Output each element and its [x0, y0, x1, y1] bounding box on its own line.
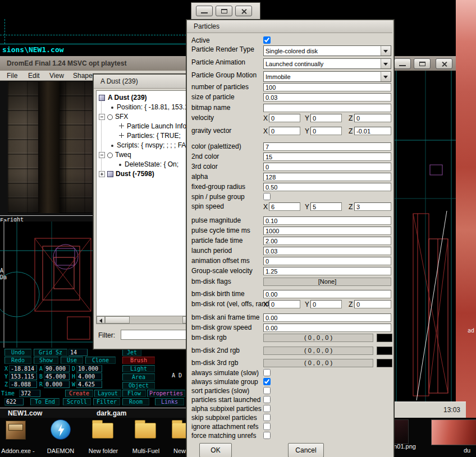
- alpha-subpixel-checkbox[interactable]: [263, 405, 271, 412]
- launch-period-input[interactable]: [263, 247, 391, 255]
- bm-disk-3rd-rgb-button[interactable]: ( 0 , 0 , 0 ): [263, 359, 373, 367]
- number-of-particles-input[interactable]: [263, 83, 391, 91]
- bm-disk-rot-z-input[interactable]: [354, 300, 391, 308]
- particle-fade-time-input[interactable]: [263, 237, 391, 245]
- velocity-y-input[interactable]: [310, 114, 342, 122]
- tree-item[interactable]: Particle Launch Info: [97, 122, 192, 131]
- active-checkbox[interactable]: [263, 36, 271, 44]
- tree-item[interactable]: Dust (-7598): [97, 169, 192, 179]
- coord-value[interactable]: 90.000: [44, 365, 70, 372]
- scroll-left-arrow-icon[interactable]: [97, 316, 105, 324]
- gravity-y-input[interactable]: [310, 127, 342, 135]
- ignore-attachment-refs-checkbox[interactable]: [263, 423, 271, 430]
- group-scale-velocity-input[interactable]: [263, 267, 391, 275]
- collapse-icon[interactable]: [99, 152, 105, 158]
- tree-item[interactable]: DeleteState: { On;: [97, 160, 192, 169]
- dromed-titlebar[interactable]: DromEd Final 1.24 MSVC opt playtest: [0, 56, 186, 71]
- bm-disk-birth-time-input[interactable]: [263, 290, 391, 298]
- tree-item[interactable]: Particles: { TRUE;: [97, 131, 192, 141]
- cancel-button[interactable]: Cancel: [288, 443, 324, 457]
- icon-label[interactable]: Multi-Fuel: [128, 447, 164, 454]
- layout-button[interactable]: Layout: [94, 390, 121, 397]
- addon-exe-icon[interactable]: [6, 421, 26, 440]
- bm-disk-ani-frame-time-input[interactable]: [263, 313, 391, 322]
- coord-value[interactable]: -8.088: [9, 381, 37, 388]
- coord-value[interactable]: 0.000: [44, 381, 70, 388]
- coord-value[interactable]: 153.115: [9, 373, 37, 380]
- brush-button[interactable]: Brush: [122, 357, 155, 364]
- menu-view[interactable]: View: [49, 72, 64, 80]
- expand-icon[interactable]: [99, 171, 105, 177]
- icon-label[interactable]: du: [459, 447, 475, 454]
- flow-button[interactable]: Flow: [122, 390, 146, 397]
- clone-button[interactable]: Clone: [85, 357, 116, 364]
- dust-titlebar[interactable]: A Dust (239): [94, 75, 194, 89]
- skip-subpixel-checkbox[interactable]: [263, 414, 271, 421]
- menu-shape[interactable]: Shape: [73, 72, 93, 80]
- grid-size-value[interactable]: 14: [68, 349, 88, 356]
- links-button[interactable]: Links: [155, 398, 184, 405]
- second-color-input[interactable]: [263, 153, 391, 161]
- filter-button[interactable]: Filter: [93, 398, 120, 405]
- time-value[interactable]: 372: [19, 390, 40, 397]
- always-simulate-slow-checkbox[interactable]: [263, 369, 271, 376]
- collapse-icon[interactable]: [99, 114, 105, 120]
- wireframe-side-view[interactable]: [393, 71, 456, 401]
- velocity-x-input[interactable]: [269, 114, 300, 122]
- animation-dropdown[interactable]: Launched continually: [263, 58, 391, 69]
- coord-value[interactable]: 45.000: [44, 373, 70, 380]
- area-button[interactable]: Area: [122, 373, 155, 381]
- dropdown-arrow-icon[interactable]: [381, 59, 391, 68]
- alpha-input[interactable]: [263, 173, 391, 181]
- bm-disk-rot-y-input[interactable]: [310, 300, 342, 308]
- sort-particles-checkbox[interactable]: [263, 387, 271, 394]
- spin-pulse-group-checkbox[interactable]: [263, 193, 271, 200]
- group-motion-dropdown[interactable]: Immobile: [263, 71, 391, 82]
- coord-value[interactable]: 4.625: [76, 381, 102, 388]
- tree-item[interactable]: SFX: [97, 112, 192, 122]
- icon-label[interactable]: New folder: [85, 447, 121, 454]
- wireframe-view[interactable]: [0, 221, 93, 348]
- dropdown-arrow-icon[interactable]: [381, 46, 391, 56]
- folder-icon[interactable]: [135, 423, 156, 438]
- spin-speed-y-input[interactable]: [310, 202, 342, 211]
- animation-offset-input[interactable]: [263, 257, 391, 265]
- maximize-button[interactable]: [414, 58, 431, 69]
- tree-item[interactable]: Scripts: { nvspy; ; ; ; FAL: [97, 141, 192, 150]
- size-of-particle-input[interactable]: [263, 93, 391, 101]
- fixed-group-radius-input[interactable]: [263, 183, 391, 191]
- room-button[interactable]: Room: [122, 398, 149, 405]
- light-button[interactable]: Light: [122, 365, 155, 372]
- image-thumbnail[interactable]: [431, 419, 476, 445]
- tree-horizontal-scrollbar[interactable]: [96, 316, 191, 324]
- coord-value[interactable]: 4.000: [76, 373, 102, 380]
- close-button[interactable]: [436, 58, 452, 69]
- icon-label[interactable]: DAEMON: [43, 447, 79, 454]
- redo-button[interactable]: Redo: [4, 357, 31, 364]
- bm-disk-rot-x-input[interactable]: [269, 300, 300, 308]
- tree-item[interactable]: Position: { -18.81, 153.1: [97, 103, 192, 112]
- bm-disk-grow-speed-input[interactable]: [263, 324, 391, 332]
- menu-file[interactable]: File: [7, 72, 17, 80]
- always-simulate-group-checkbox[interactable]: [263, 378, 271, 385]
- particles-titlebar[interactable]: Particles: [187, 20, 392, 33]
- daemon-tools-icon[interactable]: [51, 419, 71, 440]
- close-button[interactable]: [235, 6, 252, 16]
- filter-input[interactable]: [121, 330, 189, 340]
- properties-button[interactable]: Properties: [147, 390, 185, 397]
- particles-start-launched-checkbox[interactable]: [263, 396, 271, 403]
- menu-edit[interactable]: Edit: [28, 72, 40, 80]
- gravity-z-input[interactable]: [354, 127, 391, 135]
- folder-icon[interactable]: [92, 423, 113, 438]
- scroll-button[interactable]: Scroll: [63, 398, 91, 405]
- pulse-magnitude-input[interactable]: [263, 216, 391, 225]
- frame-value[interactable]: 622: [4, 398, 24, 405]
- tree-item[interactable]: Tweq: [97, 150, 192, 160]
- pulse-cycle-input[interactable]: [263, 227, 391, 235]
- object-button[interactable]: Object: [122, 382, 155, 389]
- force-matching-unrefs-checkbox[interactable]: [263, 432, 271, 439]
- image-thumbnail[interactable]: [393, 419, 409, 444]
- spin-speed-z-input[interactable]: [354, 202, 391, 211]
- spin-speed-x-input[interactable]: [269, 202, 300, 211]
- color-palettized-input[interactable]: [263, 142, 391, 151]
